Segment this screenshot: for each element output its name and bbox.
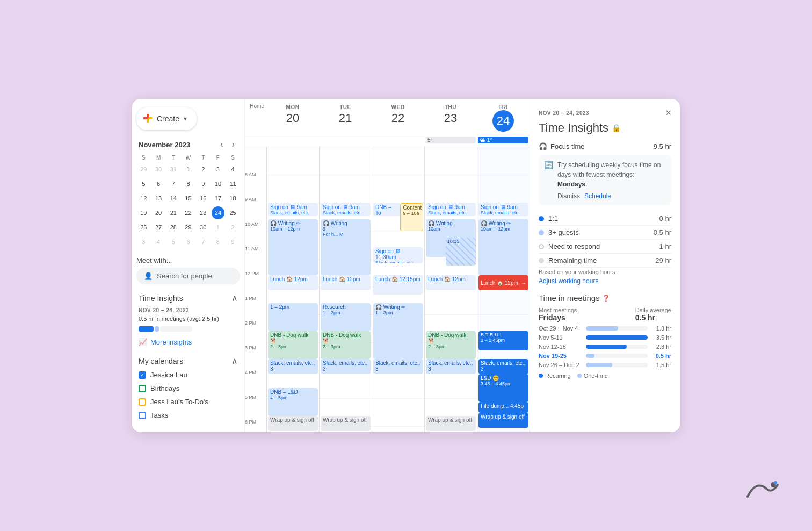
insights-close-button[interactable]: ×	[665, 107, 671, 119]
mini-cal-day[interactable]: 27	[152, 221, 165, 234]
mini-cal-day[interactable]: 26	[137, 221, 150, 234]
event-fri-wrap[interactable]: Wrap up & sign off	[479, 413, 528, 428]
mini-cal-day[interactable]: 8	[182, 177, 194, 190]
event-mon-slack[interactable]: Slack, emails, etc., 3	[268, 359, 318, 374]
mini-cal-day[interactable]: 14	[167, 192, 180, 205]
event-fri-lunch[interactable]: Lunch 🏠 12pm →	[479, 275, 528, 290]
mini-cal-day[interactable]: 3	[137, 235, 150, 248]
mini-cal-day[interactable]: 29	[182, 221, 194, 234]
cal-item-jessica[interactable]: ✓ Jessica Lau	[136, 368, 240, 382]
event-wed-slack[interactable]: Slack, emails, etc., 3	[373, 359, 423, 374]
all-day-thu-event[interactable]: 5°	[425, 137, 476, 143]
mini-cal-day[interactable]: 22	[182, 206, 194, 219]
event-mon-dogwalk[interactable]: DNB - Dog walk 🐕 2 – 3pm	[268, 331, 318, 359]
mini-cal-grid: S M T W T F S 29 30 31 1 2 3 4 5 6 7 8	[136, 154, 240, 249]
home-label: Home	[245, 99, 266, 135]
mini-cal-day[interactable]: 4	[227, 163, 240, 176]
mini-cal-day[interactable]: 25	[227, 206, 240, 219]
mini-cal-day[interactable]: 12	[137, 192, 150, 205]
event-fri-signon[interactable]: Sign on 🖥 9am Slack, emails, etc.	[479, 203, 528, 216]
time-insights-sidebar-header[interactable]: Time Insights ∧	[136, 291, 240, 305]
mini-cal-day[interactable]: 11	[227, 177, 240, 190]
event-thu-wrap[interactable]: Wrap up & sign off	[426, 416, 476, 431]
mini-cal-day[interactable]: 18	[227, 192, 240, 205]
cal-item-todo[interactable]: Jess Lau's To-Do's	[136, 395, 240, 408]
more-insights-button[interactable]: 📈 More insights	[136, 336, 194, 348]
event-mon-lunch[interactable]: Lunch 🏠 12pm	[268, 275, 318, 290]
event-thu-lunch[interactable]: Lunch 🏠 12pm	[426, 275, 476, 290]
mini-cal-day[interactable]: 30	[152, 163, 165, 176]
cal-item-birthdays[interactable]: Birthdays	[136, 382, 240, 395]
create-button[interactable]: ✚ Create ▾	[136, 107, 197, 130]
event-mon-dnb[interactable]: 1 – 2pm	[268, 303, 318, 331]
mini-cal-day[interactable]: 20	[152, 206, 165, 219]
event-fri-ld[interactable]: L&D 😊 3:45 – 4:45pm	[479, 374, 528, 402]
event-fri-slack[interactable]: Slack, emails, etc., 3	[479, 359, 528, 374]
event-thu-slack[interactable]: Slack, emails, etc., 3	[426, 359, 476, 374]
mini-cal-day[interactable]: 2	[197, 163, 209, 176]
event-wed-lunch[interactable]: Lunch 🏠 12:15pm	[373, 275, 423, 295]
mini-cal-day[interactable]: 19	[137, 206, 150, 219]
dismiss-button[interactable]: Dismiss	[557, 192, 580, 200]
event-tue-dogwalk[interactable]: DNB - Dog walk 🐕 2 – 3pm	[321, 331, 371, 359]
mini-cal-day[interactable]: 2	[227, 221, 240, 234]
mini-cal-day[interactable]: 16	[197, 192, 209, 205]
mini-cal-day[interactable]: 17	[212, 192, 224, 205]
mini-cal-day[interactable]: 29	[137, 163, 150, 176]
mini-cal-day[interactable]: 1	[182, 163, 194, 176]
event-fri-writing[interactable]: 🎧 Writing ✏ 10am – 12pm	[479, 219, 528, 275]
event-tue-writing[interactable]: 🎧 Writing 9 For h... M	[321, 219, 371, 275]
all-day-wed	[372, 135, 424, 147]
mini-cal-day[interactable]: 21	[167, 206, 180, 219]
mini-cal-day[interactable]: 8	[212, 235, 224, 248]
event-wed-dnb[interactable]: DNB – To	[373, 203, 400, 216]
event-thu-signon[interactable]: Sign on 🖥 9am Slack, emails, etc.	[426, 203, 476, 216]
mini-cal-day[interactable]: 10	[212, 177, 224, 190]
search-people-button[interactable]: 👤 Search for people	[136, 268, 240, 284]
mini-cal-day[interactable]: 30	[197, 221, 209, 234]
cal-name-todo: Jess Lau's To-Do's	[150, 398, 208, 406]
next-month-button[interactable]: ›	[229, 139, 238, 150]
event-mon-signon[interactable]: Sign on 🖥 9am Slack, emails, etc.	[268, 203, 318, 216]
event-wed-writing[interactable]: 🎧 Writing ✏ 1 – 3pm	[373, 303, 423, 359]
mini-cal-day[interactable]: 28	[167, 221, 180, 234]
event-thu-dogwalk[interactable]: DNB - Dog walk 🐕 2 – 3pm	[426, 331, 476, 359]
mini-cal-day[interactable]: 1	[212, 221, 224, 234]
event-wed-content[interactable]: Content 9 – 10a	[400, 203, 423, 231]
event-tue-signon[interactable]: Sign on 🖥 9am Slack, emails, etc.	[321, 203, 371, 216]
mini-cal-day[interactable]: 13	[152, 192, 165, 205]
event-thu-pattern[interactable]: 10:15	[446, 238, 476, 266]
mini-cal-day[interactable]: 4	[152, 235, 165, 248]
adjust-working-hours-button[interactable]: Adjust working hours	[539, 275, 598, 287]
event-mon-wrap[interactable]: Wrap up & sign off	[268, 416, 318, 431]
event-tue-lunch[interactable]: Lunch 🏠 12pm	[321, 275, 371, 290]
cal-checkbox-tasks	[139, 412, 146, 419]
all-day-fri-event[interactable]: 🌥 1°	[478, 137, 528, 143]
event-fri-filedump[interactable]: File dump... 4:45p	[479, 402, 528, 413]
mini-cal-day[interactable]: 7	[197, 235, 209, 248]
event-tue-slack[interactable]: Slack, emails, etc., 3	[321, 359, 371, 374]
mini-cal-day[interactable]: 9	[197, 177, 209, 190]
mini-cal-day[interactable]: 6	[152, 177, 165, 190]
mini-cal-day[interactable]: 15	[182, 192, 194, 205]
mini-cal-day[interactable]: 31	[167, 163, 180, 176]
mini-cal-day[interactable]: 23	[197, 206, 209, 219]
mini-cal-day[interactable]: 9	[227, 235, 240, 248]
cal-item-tasks[interactable]: Tasks	[136, 408, 240, 422]
event-wed-signon[interactable]: Sign on 🖥 11:30am Slack, emails, etc.	[373, 247, 423, 263]
prev-month-button[interactable]: ‹	[217, 139, 226, 150]
time-insights-bar	[139, 325, 238, 333]
event-mon-writing[interactable]: 🎧 Writing ✏ 10am – 12pm	[268, 219, 318, 275]
event-mon-ld[interactable]: DNB – L&D 4 – 5pm	[268, 388, 318, 416]
event-tue-research[interactable]: Research 1 – 2pm	[321, 303, 371, 331]
event-fri-meeting[interactable]: B-T-R-U-L 2 – 2:45pm	[479, 331, 528, 350]
schedule-button[interactable]: Schedule	[584, 192, 611, 200]
event-tue-wrap[interactable]: Wrap up & sign off	[321, 416, 371, 431]
mini-cal-day[interactable]: 7	[167, 177, 180, 190]
mini-cal-day[interactable]: 6	[182, 235, 194, 248]
mini-cal-today[interactable]: 24	[212, 206, 224, 219]
my-calendars-header[interactable]: My calendars ∧	[136, 354, 240, 368]
mini-cal-day[interactable]: 5	[167, 235, 180, 248]
mini-cal-day[interactable]: 5	[137, 177, 150, 190]
mini-cal-day[interactable]: 3	[212, 163, 224, 176]
